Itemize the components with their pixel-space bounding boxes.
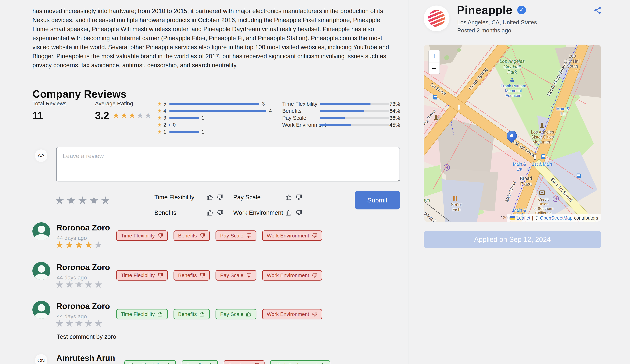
review-badges: Time Flexibility Benefits Pay Scale Work…: [116, 230, 322, 241]
thumbs-down-icon[interactable]: [216, 209, 224, 216]
average-rating: Average Rating 3.2 ★★★★★: [95, 100, 158, 136]
badge-pay-scale: Pay Scale: [216, 270, 256, 280]
thumbs-up-icon[interactable]: [206, 194, 214, 201]
transit-label: Main & 1st: [510, 162, 529, 172]
vote-grid: Time Flexibility Benefits Pay Scale Work…: [154, 193, 302, 217]
monument-label: Los Angeles Sister Cities Monument: [527, 130, 558, 144]
user-avatar-icon: [32, 262, 50, 280]
badge-work-environment: Work Environment: [262, 230, 322, 241]
user-initials-avatar: CN: [35, 354, 47, 364]
transit-label: 1st & Main: [532, 162, 552, 167]
thumb-icon: [312, 311, 318, 317]
badge-time-flexibility: Time Flexibility: [116, 270, 168, 280]
total-reviews-value: 11: [32, 110, 95, 122]
thumb-icon: [312, 233, 318, 239]
thumb-icon: [312, 272, 318, 278]
company-logo: [424, 6, 450, 31]
star-icon: ★: [158, 115, 164, 121]
restaurant-icon: [453, 196, 454, 201]
badge-time-flexibility: Time Flexibility: [116, 230, 168, 241]
badge-work-environment: Work Environment: [262, 270, 322, 280]
badge-benefits: Benefits: [174, 309, 210, 320]
leaflet-link[interactable]: Leaflet: [516, 215, 530, 221]
rating-star-picker[interactable]: ★★★★★: [55, 194, 112, 207]
applied-status-button[interactable]: Applied on Sep 12, 2024: [424, 231, 601, 248]
average-rating-label: Average Rating: [95, 100, 158, 107]
credit-union-label: Credit Union of Southern California: [530, 197, 556, 215]
thumb-icon: [207, 362, 213, 364]
location-map[interactable]: North Spring 1st Street ing Street West …: [424, 44, 601, 222]
thumb-icon: [165, 362, 171, 364]
reviews-stats: Total Reviews 11 Average Rating 3.2 ★★★★…: [32, 100, 400, 136]
thumbs-up-icon[interactable]: [285, 194, 292, 201]
review-stars: ★★★★★: [55, 279, 104, 290]
tree-icon: [444, 55, 449, 60]
thumbs-down-icon[interactable]: [216, 194, 224, 201]
badge-pay-scale: Pay Scale: [216, 309, 256, 320]
category-bar: [320, 110, 390, 112]
vote-pay-scale: Pay Scale: [233, 193, 302, 202]
thumb-icon: [157, 272, 163, 278]
osm-link[interactable]: OpenStreetMap: [540, 215, 572, 221]
thumbs-up-icon[interactable]: [206, 209, 214, 216]
transit-label: Main & 1st: [553, 106, 573, 116]
review-comment: Test comment by zoro: [57, 333, 116, 340]
thumb-icon: [199, 233, 205, 239]
thumb-icon: [246, 272, 252, 278]
category-bar: [320, 103, 390, 105]
category-row: Benefits64%: [282, 108, 400, 114]
distribution-bar: [169, 117, 199, 119]
badge-pay-scale: Pay Scale: [216, 230, 256, 241]
star-icon: ★: [158, 108, 164, 114]
distribution-row: ★53: [158, 100, 282, 108]
zoom-in-button[interactable]: +: [429, 50, 440, 62]
thumbs-up-icon[interactable]: [285, 209, 292, 216]
badge-work-environment: Work Environment: [270, 360, 330, 364]
thumb-icon: [320, 362, 326, 364]
vote-time-flexibility: Time Flexibility: [154, 193, 233, 202]
hotel-icon: H: [444, 164, 450, 170]
distribution-row: ★31: [158, 114, 282, 122]
vote-work-environment: Work Environment: [233, 208, 302, 217]
restaurant-label: Señor Fish: [447, 202, 466, 212]
bus-stop-icon: [433, 95, 437, 100]
street-label: West 2: [424, 211, 437, 222]
company-description: has moved increasingly into hardware; fr…: [32, 6, 393, 70]
map-zoom-control: + −: [428, 50, 440, 74]
building-label: 200 City Hall South: [560, 54, 584, 69]
thumb-icon: [199, 272, 205, 278]
star-icon: ★: [158, 129, 164, 135]
distribution-bar: [169, 131, 199, 133]
review-stars: ★★★★★: [55, 318, 104, 329]
badge-benefits: Benefits: [174, 230, 210, 241]
bus-stop-icon: [576, 174, 581, 178]
thumbs-down-icon[interactable]: [295, 194, 302, 201]
total-reviews: Total Reviews 11: [32, 100, 95, 136]
ukraine-flag-icon: [510, 216, 515, 220]
reviews-section-title: Company Reviews: [32, 88, 126, 100]
review-badges: Time Flexibility Benefits Pay Scale Work…: [116, 270, 322, 280]
thumb-icon: [199, 311, 205, 317]
current-user-avatar: AA: [35, 150, 47, 162]
zoom-out-button[interactable]: −: [429, 62, 440, 74]
company-posted: Posted 2 months ago: [457, 27, 511, 34]
monument-icon: [435, 115, 437, 119]
pineapple-logo-icon: [428, 10, 445, 27]
thumb-icon: [157, 233, 163, 239]
distribution-row: ★11: [158, 128, 282, 136]
distribution-row: ★20: [158, 122, 282, 128]
thumbs-down-icon[interactable]: [295, 209, 302, 216]
main-content: has moved increasingly into hardware; fr…: [0, 0, 408, 364]
distribution-row: ★44: [158, 108, 282, 114]
badge-time-flexibility: Time Flexibility: [116, 309, 168, 320]
review-input[interactable]: [56, 147, 400, 182]
company-name: Pineapple: [457, 3, 512, 16]
thumb-icon: [246, 233, 252, 239]
user-avatar-icon: [32, 301, 50, 319]
category-ratings: Time Flexibility73% Benefits64% Pay Scal…: [282, 100, 400, 136]
submit-button[interactable]: Submit: [354, 191, 400, 210]
badge-work-environment: Work Environment: [262, 309, 322, 320]
review-badges: Time Flexibility Benefits Pay Scale Work…: [124, 360, 330, 364]
map-attribution: Leaflet | © OpenStreetMap contributors: [507, 214, 601, 222]
share-icon[interactable]: [593, 6, 602, 15]
